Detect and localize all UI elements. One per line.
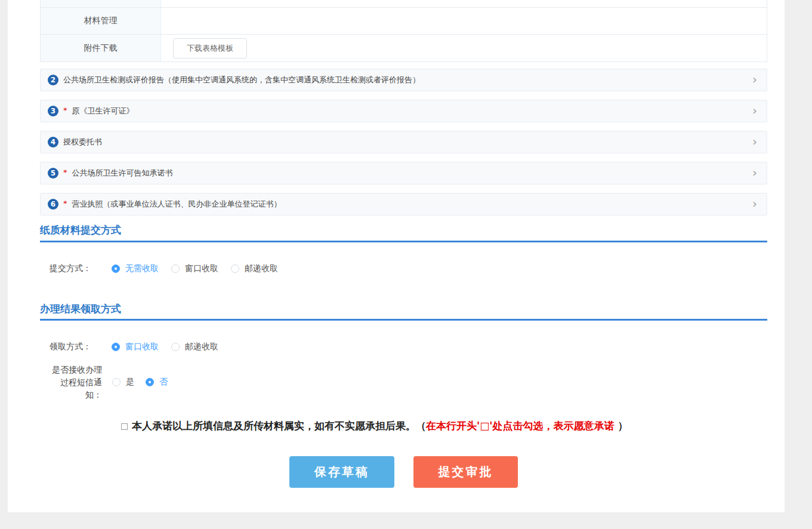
- required-asterisk: *: [63, 106, 67, 115]
- radio-option-label: 否: [159, 377, 168, 387]
- submit-approval-button[interactable]: 提交审批: [413, 456, 518, 488]
- material-item-label: 营业执照（或事业单位法人证书、民办非企业单位登记证书）: [72, 199, 282, 210]
- chevron-right-icon: ›: [752, 136, 757, 147]
- radio-option-window-pickup[interactable]: 窗口收取: [112, 342, 159, 352]
- radio-unselected-icon: [171, 264, 180, 273]
- radio-option-no-collection[interactable]: 无需收取: [112, 263, 159, 274]
- radio-option-sms-no[interactable]: 否: [146, 377, 168, 387]
- form-table: 材料管理 附件下载 下载表格模板: [40, 0, 767, 62]
- paper-section-title: 纸质材料提交方式: [40, 223, 121, 237]
- radio-option-label: 窗口收取: [185, 263, 218, 274]
- download-template-button[interactable]: 下载表格模板: [173, 38, 247, 59]
- radio-option-label: 邮递收取: [185, 342, 218, 352]
- commitment-text: 本人承诺以上所填信息及所传材料属实，如有不实愿承担后果。（在本行开头'□'处点击…: [132, 419, 628, 433]
- commitment-text-close: ）: [614, 420, 628, 432]
- material-item-4[interactable]: 4 授权委托书 ›: [40, 131, 767, 153]
- radio-unselected-icon: [231, 264, 239, 273]
- chevron-right-icon: ›: [752, 73, 757, 85]
- required-asterisk: *: [63, 168, 67, 177]
- material-item-label: 公共场所卫生许可告知承诺书: [72, 168, 173, 179]
- commitment-text-black: 本人承诺以上所填信息及所传材料属实，如有不实愿承担后果。（: [132, 420, 426, 432]
- section-divider: [40, 319, 767, 321]
- radio-option-sms-yes[interactable]: 是: [112, 377, 134, 387]
- table-row: 材料管理: [41, 7, 767, 34]
- sms-notify-label: 是否接收办理过程短信通知：: [50, 364, 102, 401]
- chevron-right-icon: ›: [752, 167, 757, 179]
- material-item-6[interactable]: 6 * 营业执照（或事业单位法人证书、民办非企业单位登记证书） ›: [40, 193, 767, 216]
- radio-selected-icon: [112, 264, 120, 273]
- radio-option-label: 邮递收取: [245, 263, 278, 274]
- attachment-download-label: 附件下载: [41, 35, 161, 61]
- radio-option-label: 窗口收取: [125, 342, 159, 352]
- submit-method-label: 提交方式：: [50, 263, 91, 274]
- material-number-badge: 5: [48, 168, 58, 179]
- material-item-label: 原《卫生许可证》: [72, 106, 134, 116]
- table-row: 附件下载 下载表格模板: [41, 34, 767, 61]
- material-number-badge: 6: [48, 199, 58, 210]
- material-item-2[interactable]: 2 公共场所卫生检测或评价报告（使用集中空调通风系统的，含集中空调通风系统卫生检…: [40, 69, 767, 91]
- material-number-badge: 2: [48, 75, 58, 85]
- material-item-3[interactable]: 3 * 原《卫生许可证》 ›: [40, 100, 767, 122]
- content-card: 材料管理 附件下载 下载表格模板 2 公共场所卫生检测或评价报告（使用集中空调通…: [8, 0, 785, 512]
- radio-unselected-icon: [112, 378, 121, 386]
- material-manage-label: 材料管理: [41, 8, 161, 34]
- radio-option-window-collection[interactable]: 窗口收取: [171, 263, 218, 274]
- commitment-text-red: 在本行开头'□'处点击勾选，表示愿意承诺: [426, 420, 614, 432]
- commitment-row: 本人承诺以上所填信息及所传材料属实，如有不实愿承担后果。（在本行开头'□'处点击…: [121, 419, 628, 433]
- table-row: [41, 0, 767, 7]
- save-draft-button[interactable]: 保存草稿: [289, 456, 394, 488]
- radio-option-label: 无需收取: [125, 263, 159, 274]
- material-item-5[interactable]: 5 * 公共场所卫生许可告知承诺书 ›: [40, 162, 767, 184]
- table-row-content: [161, 0, 767, 7]
- table-row-label: [41, 0, 161, 7]
- commitment-checkbox[interactable]: [121, 423, 128, 430]
- radio-option-label: 是: [126, 377, 134, 387]
- result-section-title: 办理结果领取方式: [40, 302, 121, 316]
- radio-option-mail-collection[interactable]: 邮递收取: [231, 263, 278, 274]
- page-footer: 技术支持电话：0591-28311588、28311599: [0, 512, 812, 529]
- material-number-badge: 4: [48, 137, 58, 147]
- attachment-download-content: 下载表格模板: [161, 35, 767, 61]
- material-number-badge: 3: [48, 106, 58, 116]
- material-item-label: 授权委托书: [63, 137, 102, 147]
- required-asterisk: *: [63, 199, 67, 208]
- radio-unselected-icon: [171, 343, 180, 351]
- material-manage-content: [161, 8, 767, 34]
- material-item-label: 公共场所卫生检测或评价报告（使用集中空调通风系统的，含集中空调通风系统卫生检测或…: [63, 75, 420, 85]
- pickup-method-label: 领取方式：: [50, 342, 91, 352]
- radio-selected-icon: [146, 378, 154, 386]
- section-divider: [40, 241, 767, 242]
- radio-option-mail-pickup[interactable]: 邮递收取: [171, 342, 218, 352]
- chevron-right-icon: ›: [752, 198, 757, 210]
- chevron-right-icon: ›: [752, 104, 757, 116]
- radio-selected-icon: [112, 343, 120, 351]
